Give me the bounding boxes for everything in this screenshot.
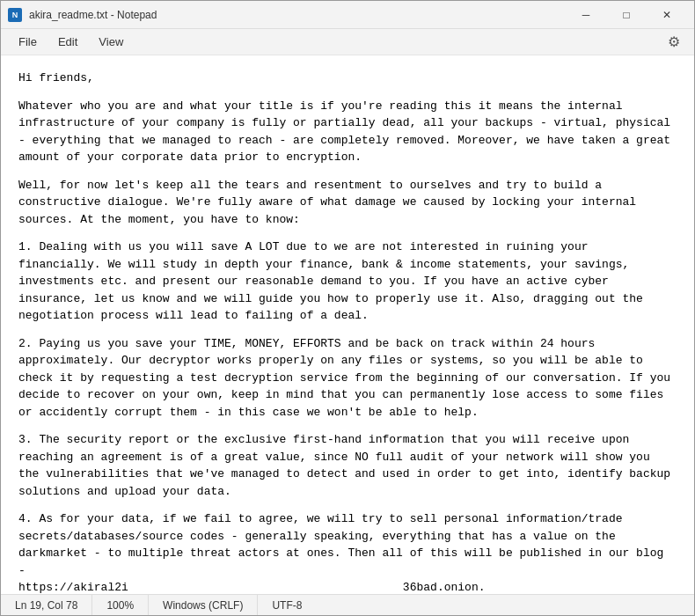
settings-icon[interactable]: ⚙ <box>661 30 687 54</box>
app-icon: N <box>8 8 22 22</box>
item-1: 1. Dealing with us you will save A LOT d… <box>18 238 677 325</box>
menu-edit[interactable]: Edit <box>48 32 88 52</box>
encoding: UTF-8 <box>258 595 316 615</box>
cursor-position: Ln 19, Col 78 <box>1 595 92 615</box>
title-bar-left: N akira_readme.txt - Notepad <box>8 8 566 22</box>
line-ending: Windows (CRLF) <box>149 595 258 615</box>
menu-view[interactable]: View <box>88 32 134 52</box>
title-bar: N akira_readme.txt - Notepad ─ □ ✕ <box>1 1 694 29</box>
item-4: 4. As for your data, if we fail to agree… <box>18 510 677 594</box>
item-3: 3. The security report or the exclusive … <box>18 431 677 500</box>
paragraph-2: Well, for now let's keep all the tears a… <box>18 177 677 229</box>
paragraph-1: Whatever who you are and what your title… <box>18 98 677 166</box>
close-button[interactable]: ✕ <box>647 1 687 29</box>
window-title: akira_readme.txt - Notepad <box>29 9 157 21</box>
item-2: 2. Paying us you save your TIME, MONEY, … <box>18 335 677 422</box>
content-area[interactable]: Hi friends, Whatever who you are and wha… <box>1 55 694 594</box>
window-controls: ─ □ ✕ <box>566 1 687 29</box>
maximize-button[interactable]: □ <box>606 1 647 29</box>
notepad-window: N akira_readme.txt - Notepad ─ □ ✕ File … <box>0 0 695 616</box>
menu-bar: File Edit View ⚙ <box>1 29 694 55</box>
status-bar: Ln 19, Col 78 100% Windows (CRLF) UTF-8 <box>1 594 694 615</box>
minimize-button[interactable]: ─ <box>566 1 606 29</box>
zoom-level: 100% <box>92 595 149 615</box>
greeting: Hi friends, <box>18 70 677 87</box>
menu-file[interactable]: File <box>8 32 48 52</box>
menu-items: File Edit View <box>8 32 134 52</box>
